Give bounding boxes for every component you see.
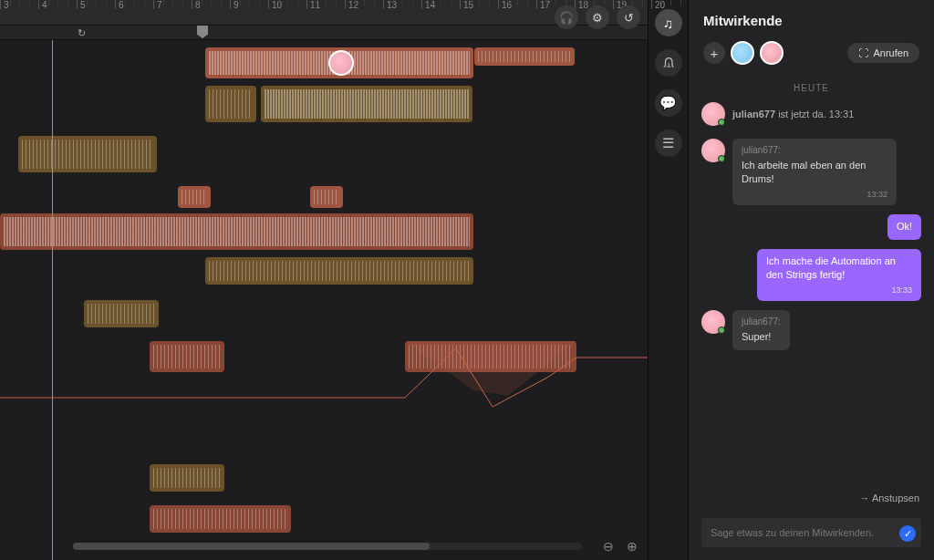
arrow-icon: → <box>860 493 870 503</box>
undo-button[interactable]: ↺ <box>617 5 640 29</box>
message-text: Super! <box>742 330 781 344</box>
headphones-button[interactable]: 🎧 <box>555 5 578 29</box>
avatar <box>701 139 725 162</box>
loop-start-icon[interactable]: ↻ <box>78 27 86 39</box>
collaborators-row: + ⛶ Anrufen <box>689 37 934 78</box>
message-time: 13:32 <box>742 189 887 201</box>
audio-clip[interactable] <box>178 186 211 208</box>
nudge-label: Anstupsen <box>872 493 919 503</box>
message-bubble: julian677: Ich arbeite mal eben an den D… <box>732 139 897 205</box>
loop-bar[interactable]: ↻ <box>0 26 648 40</box>
ruler-tick: 15 <box>460 0 473 9</box>
collaborator-cursor-avatar <box>328 50 354 76</box>
mixer-panel-button[interactable]: ☰ <box>655 130 682 157</box>
ruler-tick: 10 <box>268 0 282 9</box>
bottom-controls: ⊖ ⊕ <box>0 538 640 555</box>
audio-clip[interactable] <box>474 47 575 66</box>
ruler-tick: 7 <box>153 0 162 9</box>
nudge-button[interactable]: → Anstupsen <box>689 487 934 509</box>
scrollbar-thumb[interactable] <box>73 543 430 550</box>
compose-input[interactable] <box>701 518 921 547</box>
chat-panel-button[interactable]: 💬 <box>655 89 682 117</box>
chat-message: Ok! <box>701 214 921 239</box>
message-time: 13:33 <box>766 285 912 296</box>
online-indicator <box>718 119 725 126</box>
ruler-tick: 8 <box>192 0 201 9</box>
audio-clip[interactable] <box>0 213 473 250</box>
message-bubble: julian677: Super! <box>732 310 790 349</box>
music-panel-button[interactable]: ♫ <box>655 9 682 36</box>
ruler-tick: 20 <box>651 0 665 9</box>
online-indicator <box>718 327 725 334</box>
message-text: Ok! <box>897 220 912 233</box>
message-bubble: Ok! <box>887 214 921 239</box>
audio-clip[interactable] <box>310 186 343 208</box>
call-button-label: Anrufen <box>873 47 908 58</box>
ruler-tick: 6 <box>115 0 124 9</box>
tracks-area[interactable] <box>0 40 648 560</box>
message-text: Ich mache die Automation an den Strings … <box>766 254 912 283</box>
send-button[interactable]: ✓ <box>899 525 916 542</box>
zoom-in-button[interactable]: ⊕ <box>624 538 640 555</box>
timeline-ruler[interactable]: 34567891011121314151617181920 <box>0 0 648 26</box>
avatar <box>701 310 725 334</box>
message-author: julian677: <box>742 316 781 328</box>
avatar <box>701 102 725 126</box>
chat-day-label: HEUTE <box>701 83 921 93</box>
chat-messages: HEUTE julian677 ist jetzt da. 13:31 juli… <box>689 78 934 487</box>
midi-clip[interactable] <box>205 257 473 285</box>
message-bubble: Ich mache die Automation an den Strings … <box>757 249 921 301</box>
horizontal-scrollbar[interactable] <box>73 543 582 550</box>
message-author: julian677: <box>742 144 887 157</box>
right-toolbar: ♫ ᙉ 💬 ☰ <box>648 0 688 560</box>
chat-message: julian677: Super! <box>701 310 921 349</box>
midi-clip[interactable] <box>205 86 256 122</box>
online-indicator <box>718 155 725 162</box>
ruler-tick: 12 <box>345 0 358 9</box>
ruler-tick: 16 <box>498 0 512 9</box>
midi-clip[interactable] <box>84 300 159 327</box>
call-button[interactable]: ⛶ Anrufen <box>847 43 919 63</box>
collaborator-avatar[interactable] <box>760 41 784 65</box>
collaborators-sidebar: Mitwirkende + ⛶ Anrufen HEUTE julian677 … <box>688 0 934 560</box>
add-collaborator-button[interactable]: + <box>703 42 725 64</box>
midi-clip[interactable] <box>261 86 472 122</box>
top-controls: 🎧 ⚙ ↺ <box>555 5 640 29</box>
ruler-tick: 14 <box>421 0 435 9</box>
chat-message: Ich mache die Automation an den Strings … <box>701 249 921 301</box>
ruler-tick: 9 <box>230 0 239 9</box>
ruler-tick: 11 <box>306 0 320 9</box>
zoom-out-button[interactable]: ⊖ <box>600 538 617 555</box>
settings-button[interactable]: ⚙ <box>586 5 609 29</box>
compose-area: ✓ <box>689 509 934 560</box>
automation-line[interactable] <box>0 341 648 414</box>
midi-clip[interactable] <box>150 464 224 492</box>
message-text: Ich arbeite mal eben an den Drums! <box>742 159 887 187</box>
ruler-tick: 5 <box>77 0 86 9</box>
timeline-area: 34567891011121314151617181920 ↻ <box>0 0 648 560</box>
loop-end-marker[interactable] <box>197 26 208 38</box>
video-icon: ⛶ <box>858 47 868 58</box>
audio-clip[interactable] <box>150 505 291 533</box>
ruler-tick: 17 <box>536 0 550 9</box>
presence-message: julian677 ist jetzt da. 13:31 <box>701 102 921 126</box>
ruler-tick: 4 <box>38 0 47 9</box>
collaborators-panel-button[interactable]: ᙉ <box>655 49 682 77</box>
chat-message: julian677: Ich arbeite mal eben an den D… <box>701 139 921 205</box>
sidebar-title: Mitwirkende <box>703 13 783 28</box>
collaborator-avatar[interactable] <box>731 41 754 65</box>
ruler-tick: 3 <box>0 0 9 9</box>
midi-clip[interactable] <box>18 136 157 172</box>
ruler-tick: 13 <box>383 0 397 9</box>
playhead[interactable] <box>52 40 53 560</box>
